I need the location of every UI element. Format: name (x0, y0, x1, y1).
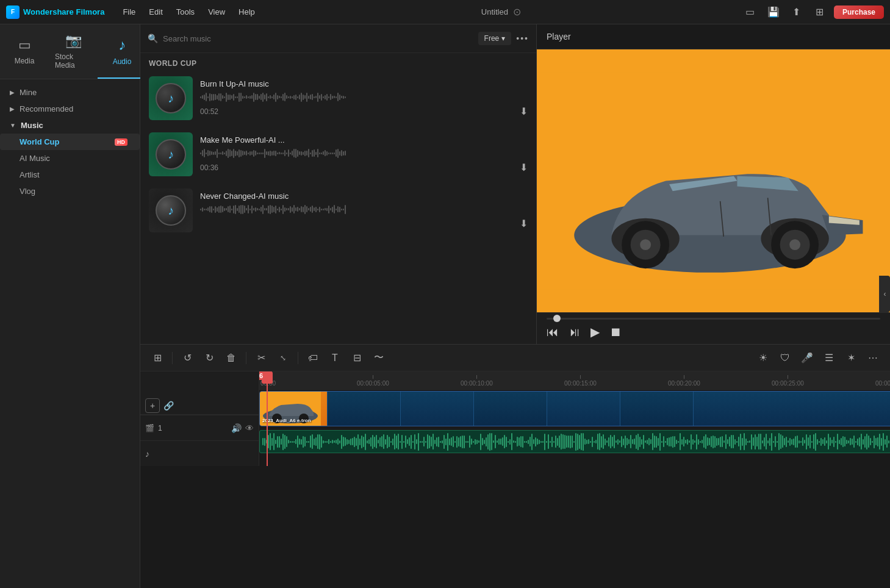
video-clip[interactable]: 2023_Audi_A6 e-tron (259, 391, 890, 426)
strip-2 (400, 392, 473, 426)
audio-item-1[interactable]: ♪ Make Me Powerful-AI ... 00:36 ⬇ (146, 127, 530, 181)
player-header: Player (537, 24, 890, 49)
video-track: 2023_Audi_A6 e-tron (259, 391, 890, 429)
stop-button[interactable]: ⏹ (609, 325, 622, 339)
tl-cut-button[interactable]: ✂ (251, 348, 271, 368)
tl-mic-button[interactable]: 🎤 (797, 348, 817, 368)
sidebar-section-music[interactable]: ▼ Music (0, 117, 140, 134)
track-video-number: 1 (158, 424, 162, 432)
filter-dropdown[interactable]: Free ▾ (478, 32, 512, 45)
titlebar: F Wondershare Filmora File Edit Tools Vi… (0, 0, 890, 24)
sidebar-item-aimusic[interactable]: AI Music (0, 150, 140, 167)
player-panel: Player (537, 24, 890, 344)
tab-audio[interactable]: ♪ Audio (98, 24, 146, 79)
strip-1 (327, 392, 400, 426)
sidebar-item-artlist[interactable]: Artlist (0, 167, 140, 183)
purchase-button[interactable]: Purchase (834, 5, 884, 19)
monitor-icon[interactable]: ▭ (741, 3, 759, 21)
sidebar-item-worldcup[interactable]: World Cup HD (0, 134, 140, 150)
track-labels: + 🔗 🎬 1 🔊 👁 ♪ (140, 371, 259, 466)
media-icon: ▭ (18, 37, 31, 53)
tl-shield-button[interactable]: 🛡 (775, 348, 795, 368)
play-button[interactable]: ▶ (590, 324, 600, 339)
time-30: 00:00:30:00 (875, 375, 890, 387)
progress-thumb (553, 315, 561, 322)
tl-subtitles-button[interactable]: ☰ (819, 348, 839, 368)
tl-magic-button[interactable]: ✶ (841, 348, 861, 368)
tl-text-button[interactable]: T (325, 348, 345, 368)
tl-more-button[interactable]: ⋯ (863, 348, 883, 368)
tl-wave-button[interactable]: 〜 (369, 348, 389, 368)
sidebar: ▶ Mine ▶ Recommended ▼ Music World Cup H… (0, 79, 140, 588)
add-track-button[interactable]: + (145, 398, 160, 413)
step-back-button[interactable]: ⏮ (547, 325, 559, 339)
svg-point-6 (640, 239, 651, 250)
artlist-label: Artlist (20, 170, 40, 179)
svg-point-9 (789, 239, 800, 250)
tab-media[interactable]: ▭ Media (0, 24, 49, 79)
sidebar-collapse-button[interactable]: ‹ (879, 276, 890, 312)
tl-grid-button[interactable]: ⊞ (148, 348, 167, 368)
player-controls: ⏮ ⏯ ▶ ⏹ (537, 312, 890, 344)
audio-clip[interactable] (259, 430, 890, 453)
filter-arrow-icon: ▾ (501, 34, 505, 43)
audio-item-2[interactable]: ♪ Never Changed-AI music ⬇ (146, 184, 530, 237)
audio-waveform-full (260, 431, 890, 453)
download-icon-0[interactable]: ⬇ (520, 106, 528, 117)
download-icon-1[interactable]: ⬇ (520, 162, 528, 173)
audio-waveform-1 (200, 147, 528, 159)
track-label-audio: ♪ (140, 440, 259, 466)
search-input[interactable] (163, 34, 473, 43)
titlebar-icons: ▭ 💾 ⬆ ⊞ Purchase (741, 3, 884, 21)
sidebar-item-vlog[interactable]: Vlog (0, 183, 140, 199)
tl-tag-button[interactable]: 🏷 (303, 348, 323, 368)
menu-edit[interactable]: Edit (143, 5, 168, 19)
car-preview-svg (537, 49, 890, 312)
more-options-button[interactable]: ••• (516, 34, 529, 43)
tab-stock-media[interactable]: 📷 Stock Media (49, 24, 98, 79)
audio-item-0[interactable]: ♪ Burn It Up-AI music 00:52 ⬇ (146, 71, 530, 125)
track-label-video: 🎬 1 🔊 👁 (140, 415, 259, 440)
menu-file[interactable]: File (117, 5, 142, 19)
media-tabs: ▭ Media 📷 Stock Media ♪ Audio T Titles ⇄… (0, 24, 140, 79)
audio-thumb-1: ♪ (149, 132, 193, 176)
timeline-tracks: + 🔗 🎬 1 🔊 👁 ♪ (140, 371, 890, 466)
tl-sun-button[interactable]: ☀ (753, 348, 773, 368)
title-status-icon: ⊙ (513, 6, 521, 18)
worldcup-label: World Cup (20, 137, 59, 146)
track-audio-icon: ♪ (145, 449, 149, 459)
audio-thumb-2: ♪ (149, 188, 193, 232)
save-icon[interactable]: 💾 (764, 3, 783, 21)
vinyl-2: ♪ (156, 195, 186, 226)
frame-forward-button[interactable]: ⏯ (569, 325, 581, 339)
app-logo: F Wondershare Filmora (6, 5, 104, 19)
track-eye-icon[interactable]: 👁 (245, 423, 254, 433)
stock-media-icon: 📷 (65, 33, 82, 49)
hd-badge: HD (115, 138, 127, 146)
menu-bar: File Edit Tools View Help (117, 5, 260, 19)
link-button[interactable]: 🔗 (163, 401, 174, 411)
tl-audiosplit-button[interactable]: ⤡ (273, 348, 293, 368)
sidebar-section-recommended[interactable]: ▶ Recommended (0, 101, 140, 117)
audio-list: WORLD CUP ♪ Burn It Up-AI music (140, 53, 536, 344)
audio-section-label: WORLD CUP (146, 53, 530, 71)
tl-delete-button[interactable]: 🗑 (221, 348, 241, 368)
menu-view[interactable]: View (202, 5, 231, 19)
strip-6 (693, 392, 890, 426)
time-ruler: 00:00 00:00:05:00 00:00:10:00 00:00:15:0… (259, 371, 890, 390)
layout-icon[interactable]: ⊞ (811, 3, 829, 21)
audio-duration-1: 00:36 (200, 163, 218, 172)
recommended-arrow-icon: ▶ (10, 106, 15, 112)
tl-redo-button[interactable]: ↻ (199, 348, 219, 368)
download-icon-2[interactable]: ⬇ (520, 218, 528, 229)
tl-eq-button[interactable]: ⊟ (347, 348, 367, 368)
menu-tools[interactable]: Tools (170, 5, 201, 19)
tl-undo-button[interactable]: ↺ (178, 348, 197, 368)
player-progress-bar[interactable] (547, 318, 880, 320)
track-volume-icon[interactable]: 🔊 (231, 423, 242, 433)
upload-icon[interactable]: ⬆ (788, 3, 806, 21)
sidebar-section-mine[interactable]: ▶ Mine (0, 84, 140, 101)
tl-divider-1 (172, 352, 173, 364)
music-note-icon-2: ♪ (168, 204, 174, 218)
menu-help[interactable]: Help (232, 5, 261, 19)
